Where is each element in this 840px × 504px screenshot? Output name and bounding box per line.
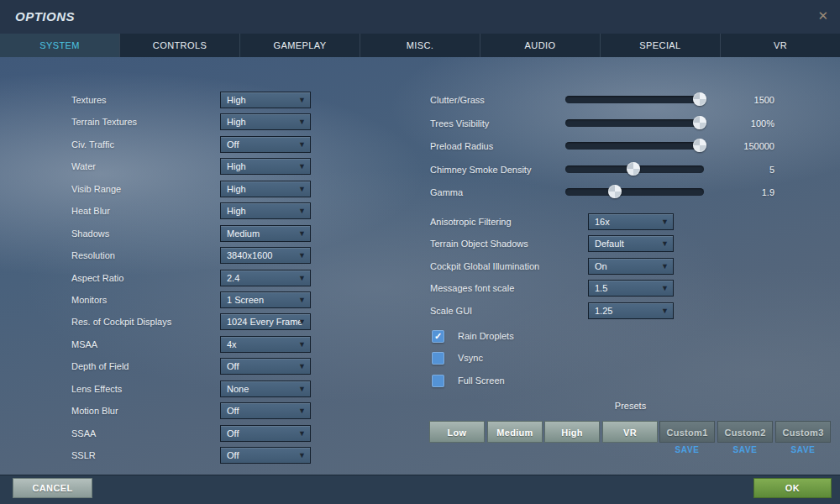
slider-handle[interactable]: [693, 139, 706, 152]
slider-handle[interactable]: [693, 116, 706, 129]
slider-handle[interactable]: [693, 92, 706, 106]
save-link-custom3[interactable]: SAVE: [775, 445, 831, 454]
dropdown-res-of-cockpit-displays[interactable]: 1024 Every Frame▼: [220, 313, 311, 330]
setting-label-trees-visibility: Trees Visibility: [430, 115, 489, 132]
dropdown-heat-blur[interactable]: High▼: [220, 202, 311, 219]
dropdown-value: Medium: [227, 226, 260, 241]
dropdown-value: 2.4: [227, 270, 239, 286]
setting-label-messages-font-scale: Messages font scale: [430, 280, 514, 297]
dropdown-value: 1 Screen: [227, 292, 264, 307]
cancel-button[interactable]: CANCEL: [13, 478, 92, 498]
dropdown-aspect-ratio[interactable]: 2.4▼: [220, 270, 311, 286]
setting-label-scale-gui: Scale GUI: [430, 302, 472, 319]
checkbox-full-screen[interactable]: [432, 375, 444, 387]
slider-value-chimney-smoke-density: 5: [710, 161, 774, 178]
setting-label-shadows: Shadows: [71, 225, 109, 242]
slider-gamma[interactable]: [565, 188, 704, 196]
checkbox-vsync[interactable]: [432, 352, 444, 365]
dropdown-value: On: [595, 259, 607, 274]
slider-chimney-smoke-density[interactable]: [565, 165, 704, 173]
dropdown-msaa[interactable]: 4x▼: [220, 336, 311, 353]
setting-label-anisotropic-filtering: Anisotropic Filtering: [430, 213, 512, 230]
dropdown-civ-traffic[interactable]: Off▼: [220, 136, 311, 153]
chevron-down-icon: ▼: [661, 236, 669, 251]
dropdown-lens-effects[interactable]: None▼: [220, 381, 311, 397]
dropdown-value: Off: [227, 403, 239, 418]
save-link-custom1[interactable]: SAVE: [659, 445, 715, 454]
dropdown-water[interactable]: High▼: [220, 158, 311, 175]
dropdown-cockpit-global-illumination[interactable]: On▼: [588, 258, 674, 275]
footer-bar: CANCEL OK: [0, 475, 840, 504]
setting-label-resolution: Resolution: [71, 247, 115, 264]
chevron-down-icon: ▼: [661, 214, 669, 229]
chevron-down-icon: ▼: [298, 181, 306, 197]
dropdown-sslr[interactable]: Off▼: [220, 447, 311, 464]
chevron-down-icon: ▼: [298, 203, 306, 218]
preset-button-custom1[interactable]: Custom1: [659, 421, 715, 443]
preset-button-medium[interactable]: Medium: [487, 421, 543, 443]
dropdown-value: Off: [227, 359, 239, 374]
dropdown-monitors[interactable]: 1 Screen▼: [220, 291, 311, 308]
dropdown-value: 1024 Every Frame: [227, 314, 302, 329]
chevron-down-icon: ▼: [298, 403, 306, 418]
preset-button-custom3[interactable]: Custom3: [775, 421, 831, 443]
dropdown-resolution[interactable]: 3840x1600▼: [220, 247, 311, 264]
setting-label-aspect-ratio: Aspect Ratio: [71, 270, 123, 286]
slider-clutter-grass[interactable]: [565, 96, 704, 103]
checkbox-label-full-screen: Full Screen: [458, 372, 505, 389]
dropdown-value: 16x: [595, 214, 610, 229]
dropdown-depth-of-field[interactable]: Off▼: [220, 358, 311, 375]
dropdown-shadows[interactable]: Medium▼: [220, 225, 311, 242]
dropdown-value: Off: [227, 137, 239, 152]
preset-button-vr[interactable]: VR: [602, 421, 658, 443]
dropdown-value: 1.5: [595, 281, 607, 296]
chevron-down-icon: ▼: [298, 292, 306, 307]
dropdown-messages-font-scale[interactable]: 1.5▼: [588, 280, 674, 297]
dropdown-value: High: [227, 203, 246, 218]
preset-button-custom2[interactable]: Custom2: [717, 421, 773, 443]
dropdown-terrain-object-shadows[interactable]: Default▼: [588, 235, 674, 252]
slider-handle[interactable]: [627, 162, 640, 176]
dropdown-terrain-textures[interactable]: High▼: [220, 113, 311, 130]
slider-value-gamma: 1.9: [710, 184, 774, 201]
dropdown-motion-blur[interactable]: Off▼: [220, 402, 311, 419]
chevron-down-icon: ▼: [298, 226, 306, 241]
chevron-down-icon: ▼: [298, 92, 306, 108]
slider-trees-visibility[interactable]: [565, 119, 704, 127]
setting-label-textures: Textures: [71, 92, 107, 108]
dropdown-visib-range[interactable]: High▼: [220, 181, 311, 197]
setting-label-res-of-cockpit-displays: Res. of Cockpit Displays: [71, 313, 171, 330]
dropdown-ssaa[interactable]: Off▼: [220, 425, 311, 442]
setting-label-clutter-grass: Clutter/Grass: [430, 92, 485, 108]
checkbox-rain-droplets[interactable]: ✓: [432, 330, 444, 343]
options-window: OPTIONS ✕ SYSTEMCONTROLSGAMEPLAYMISC.AUD…: [0, 0, 840, 504]
setting-label-depth-of-field: Depth of Field: [71, 358, 129, 375]
setting-label-monitors: Monitors: [71, 291, 107, 308]
slider-value-preload-radius: 150000: [710, 138, 774, 155]
dropdown-textures[interactable]: High▼: [220, 92, 311, 108]
chevron-down-icon: ▼: [661, 303, 669, 318]
setting-label-lens-effects: Lens Effects: [71, 381, 122, 397]
slider-preload-radius[interactable]: [565, 142, 704, 150]
chevron-down-icon: ▼: [298, 448, 306, 463]
setting-label-terrain-textures: Terrain Textures: [71, 113, 137, 130]
slider-handle[interactable]: [608, 185, 622, 198]
chevron-down-icon: ▼: [661, 259, 669, 274]
setting-label-terrain-object-shadows: Terrain Object Shadows: [430, 235, 528, 252]
setting-label-civ-traffic: Civ. Traffic: [71, 136, 114, 153]
preset-button-high[interactable]: High: [544, 421, 600, 443]
save-link-custom2[interactable]: SAVE: [717, 445, 773, 454]
ok-button[interactable]: OK: [753, 478, 832, 498]
setting-label-heat-blur: Heat Blur: [71, 202, 110, 219]
preset-button-low[interactable]: Low: [429, 421, 485, 443]
dropdown-scale-gui[interactable]: 1.25▼: [588, 302, 674, 319]
checkbox-label-rain-droplets: Rain Droplets: [458, 328, 514, 344]
setting-label-msaa: MSAA: [71, 336, 97, 353]
dropdown-value: High: [227, 159, 246, 174]
chevron-down-icon: ▼: [298, 426, 306, 441]
setting-label-preload-radius: Preload Radius: [430, 138, 493, 155]
setting-label-cockpit-global-illumination: Cockpit Global Illumination: [430, 258, 539, 275]
dropdown-value: Default: [595, 236, 624, 251]
dropdown-anisotropic-filtering[interactable]: 16x▼: [588, 213, 674, 230]
dropdown-value: Off: [227, 448, 239, 463]
